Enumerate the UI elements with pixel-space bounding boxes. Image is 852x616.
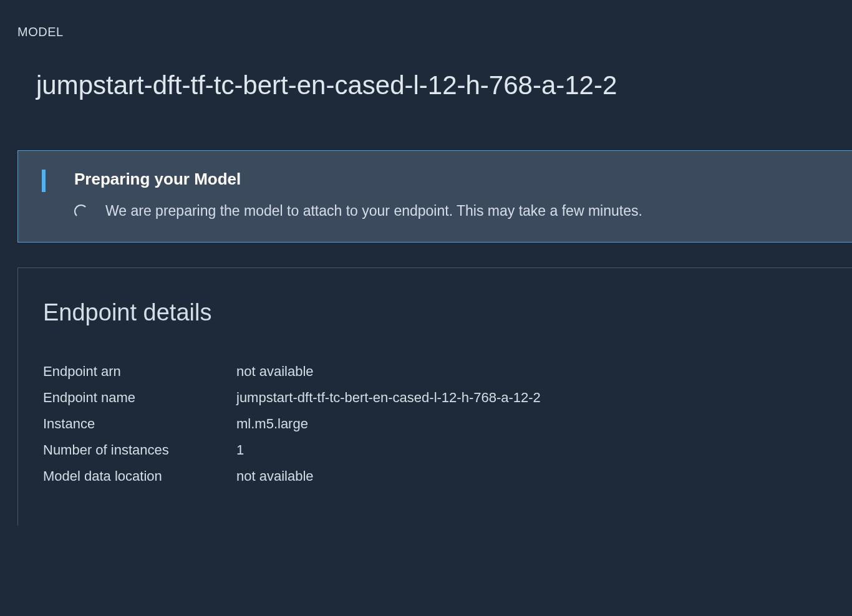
breadcrumb[interactable]: MODEL <box>0 0 852 39</box>
notification-accent-bar <box>42 170 46 192</box>
detail-row: Instance ml.m5.large <box>43 416 827 432</box>
detail-label: Endpoint name <box>43 390 236 406</box>
endpoint-details-panel: Endpoint details Endpoint arn not availa… <box>17 267 852 526</box>
loading-spinner-icon <box>74 205 88 218</box>
endpoint-details-heading: Endpoint details <box>43 299 827 326</box>
detail-value: not available <box>236 468 314 484</box>
detail-row: Endpoint arn not available <box>43 363 827 380</box>
notification-title: Preparing your Model <box>74 170 827 189</box>
detail-label: Model data location <box>43 468 236 484</box>
notification-panel: Preparing your Model We are preparing th… <box>17 150 852 243</box>
detail-row: Model data location not available <box>43 468 827 484</box>
detail-value: not available <box>236 363 314 380</box>
detail-label: Number of instances <box>43 442 236 458</box>
detail-row: Endpoint name jumpstart-dft-tf-tc-bert-e… <box>43 390 827 406</box>
detail-label: Endpoint arn <box>43 363 236 380</box>
detail-value: jumpstart-dft-tf-tc-bert-en-cased-l-12-h… <box>236 390 541 406</box>
detail-row: Number of instances 1 <box>43 442 827 458</box>
detail-value: ml.m5.large <box>236 416 308 432</box>
detail-value: 1 <box>236 442 244 458</box>
notification-message: We are preparing the model to attach to … <box>105 203 642 219</box>
detail-label: Instance <box>43 416 236 432</box>
notification-body: We are preparing the model to attach to … <box>74 203 827 219</box>
page-title: jumpstart-dft-tf-tc-bert-en-cased-l-12-h… <box>0 39 852 100</box>
